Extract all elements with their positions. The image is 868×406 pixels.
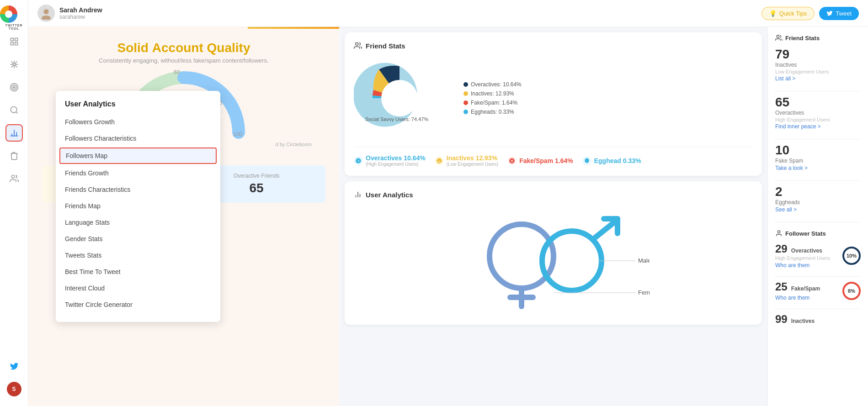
sidebar-avatar-bottom[interactable]: S [5, 380, 23, 398]
dropdown-menu: User Analytics Followers Growth Follower… [56, 91, 220, 322]
user-name: Sarah Andrew [59, 6, 102, 14]
sidebar-target-icon[interactable] [5, 79, 23, 96]
pie-legend: Overactives: 10.64% Inactives: 12.93% Fa… [463, 81, 522, 115]
svg-point-16 [11, 107, 16, 113]
left-panel: Solid Account Quality Consistently engag… [28, 27, 339, 406]
follower-overactives: 29 Overactives High Engagement Users Who… [775, 243, 861, 269]
sidebar-users-icon[interactable] [5, 170, 23, 187]
svg-rect-2 [11, 42, 13, 45]
sidebar-twitter-icon[interactable] [5, 358, 23, 375]
svg-point-4 [13, 63, 15, 66]
user-analytics-title: User Analytics [354, 190, 753, 199]
legend-fakespam: Fake/Spam: 1.64% [463, 100, 522, 106]
svg-point-40 [381, 80, 418, 116]
svg-point-24 [42, 16, 51, 20]
panels-col: Friend Stats [339, 27, 767, 406]
svg-line-9 [11, 62, 13, 63]
avatar [37, 5, 55, 22]
gender-svg: Male: 77.78% Female: 22.22% [458, 211, 650, 311]
friend-stats-title: Friend Stats [354, 42, 753, 50]
user-analytics-icon [354, 190, 362, 199]
sidebar-grid-icon[interactable] [5, 33, 23, 50]
svg-point-14 [12, 85, 16, 90]
gender-chart: Male: 77.78% Female: 22.22% [354, 206, 753, 316]
dropdown-item-followers-map[interactable]: Followers Map [59, 148, 217, 164]
sidebar-barchart-icon[interactable] [5, 124, 23, 142]
icon-sidebar: TWITTER TOOL S [0, 0, 28, 406]
see-all-link[interactable]: See all > [775, 206, 861, 213]
dropdown-item-gender-stats[interactable]: Gender Stats [56, 231, 220, 247]
logo-area: TWITTER TOOL [0, 5, 28, 30]
svg-point-22 [11, 175, 15, 179]
svg-text:60: 60 [174, 69, 180, 75]
sidebar-stat-eggheads: 2 Eggheads See all > [775, 185, 861, 213]
dropdown-item-followers-growth[interactable]: Followers Growth [56, 114, 220, 130]
svg-point-39 [356, 42, 358, 45]
dropdown-item-friends-map[interactable]: Friends Map [56, 198, 220, 214]
dropdown-item-best-time[interactable]: Best Time To Tweet [56, 264, 220, 280]
stats-bar: Overactives 10.64% (High Engagement User… [354, 147, 753, 167]
svg-line-55 [595, 220, 618, 238]
fakespam-link[interactable]: Who are them [775, 295, 809, 301]
svg-point-47 [585, 158, 589, 163]
friend-stats-card: Friend Stats [345, 32, 762, 176]
dropdown-item-followers-characteristics[interactable]: Followers Characteristics [56, 130, 220, 147]
overactives-pct-badge: 10% [842, 247, 861, 265]
dropdown-item-friends-characteristics[interactable]: Friends Characteristics [56, 181, 220, 198]
svg-point-23 [43, 9, 48, 14]
take-look-link[interactable]: Take a look > [775, 165, 861, 171]
svg-point-15 [13, 86, 15, 88]
dropdown-item-twitter-circle[interactable]: Twitter Circle Generator [56, 296, 220, 313]
list-all-link[interactable]: List all > [775, 75, 829, 82]
header-buttons: 💡 Quick Tips Tweet [761, 7, 859, 20]
sidebar-stat-overactives: 65 Overactives High Engagement Users Fin… [775, 95, 861, 130]
svg-line-11 [15, 62, 17, 63]
svg-line-17 [16, 112, 17, 114]
stat-inactives: Inactives 12.93% (Low Engagement Users) [435, 154, 498, 167]
legend-overactives: Overactives: 10.64% [463, 81, 522, 88]
svg-line-12 [11, 65, 13, 67]
sidebar-stat-inactives: 79 Inactives Low Engagement Users List a… [775, 47, 861, 82]
friend-stats-sidebar-title: Friend Stats [775, 34, 861, 42]
header: Sarah Andrew saraharew 💡 Quick Tips Twee… [28, 0, 868, 27]
dropdown-item-interest-cloud[interactable]: Interest Cloud [56, 280, 220, 296]
dropdown-item-language-stats[interactable]: Language Stats [56, 214, 220, 231]
fakespam-pct-badge: 8% [842, 282, 861, 300]
follower-fakespam: 25 Fake/Spam Who are them 8% [775, 280, 861, 301]
follower-inactives: 99 Inactives [775, 313, 861, 326]
friend-stats-icon [354, 42, 362, 50]
user-info: Sarah Andrew saraharew [37, 5, 754, 22]
svg-text:Social Savvy Users: 74.47%: Social Savvy Users: 74.47% [365, 116, 428, 122]
svg-point-63 [777, 231, 780, 233]
sidebar-network-icon[interactable] [5, 56, 23, 73]
follower-stats-sidebar-title: Follower Stats [775, 230, 861, 237]
app-name: TWITTER TOOL [0, 24, 28, 30]
svg-text:Female: 22.22%: Female: 22.22% [638, 289, 650, 296]
stat-fakespam: Fake/Spam 1.64% [507, 154, 573, 167]
logo-icon[interactable] [0, 5, 17, 23]
stat-egghead: Egghead 0.33% [582, 154, 641, 167]
svg-rect-1 [15, 38, 17, 41]
quality-subtitle: Consistently engaging, without/less fake… [47, 57, 321, 64]
pie-chart: Social Savvy Users: 74.47% [354, 57, 454, 139]
inner-peace-link[interactable]: Find inner peace > [775, 123, 830, 130]
quick-tips-button[interactable]: 💡 Quick Tips [761, 7, 815, 20]
sidebar-trash-icon[interactable] [5, 147, 23, 164]
overactives-link[interactable]: Who are them [775, 262, 809, 269]
dropdown-item-friends-growth[interactable]: Friends Growth [56, 165, 220, 181]
svg-rect-3 [15, 42, 17, 45]
dropdown-title: User Analytics [56, 100, 220, 114]
user-analytics-card: User Analytics [345, 181, 762, 325]
quality-title: Solid Account Quality [47, 41, 321, 55]
svg-point-62 [777, 35, 779, 37]
svg-point-43 [437, 158, 442, 163]
tweet-button[interactable]: Tweet [819, 7, 859, 20]
svg-text:100: 100 [233, 131, 242, 137]
right-sidebar-col: Friend Stats 79 Inactives Low Engagement… [767, 27, 868, 406]
legend-inactives: Inactives: 12.93% [463, 90, 522, 97]
user-handle: saraharew [59, 14, 102, 20]
sidebar-search-icon[interactable] [5, 101, 23, 119]
svg-rect-0 [11, 38, 13, 41]
svg-text:Male: 77.78%: Male: 77.78% [638, 257, 650, 264]
dropdown-item-tweets-stats[interactable]: Tweets Stats [56, 247, 220, 264]
